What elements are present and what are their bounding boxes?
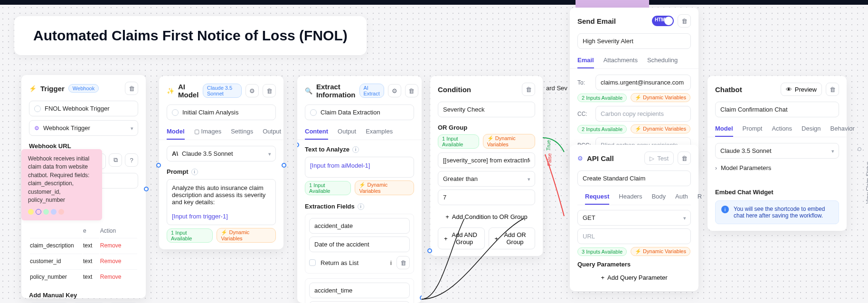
return-list-checkbox[interactable]: [309, 259, 316, 266]
help-button[interactable]: ?: [125, 153, 138, 167]
info-icon[interactable]: i: [352, 146, 359, 153]
field-desc-input[interactable]: [309, 301, 410, 303]
node-api-call[interactable]: ⚙ API Call ▷Test 🗑 Request Headers Body …: [570, 145, 698, 291]
play-icon: ▷: [650, 155, 654, 162]
info-icon[interactable]: i: [390, 259, 392, 266]
inputs-available-badge[interactable]: 2 Inputs Available: [577, 125, 627, 133]
tab-output[interactable]: Output: [338, 124, 356, 140]
cc-input[interactable]: [595, 106, 691, 122]
info-icon: i: [721, 206, 729, 213]
field-name-input[interactable]: [309, 283, 410, 298]
trigger-type-select[interactable]: ⚙Webhook Trigger: [29, 120, 138, 136]
model-select[interactable]: A\Claude 3.5 Sonnet: [167, 146, 276, 161]
http-method-select[interactable]: GET: [577, 210, 691, 226]
inputs-available-badge[interactable]: 1 Input Available: [305, 181, 351, 195]
color-dot[interactable]: [58, 209, 64, 215]
api-url-input[interactable]: [577, 228, 691, 244]
inputs-available-badge[interactable]: 2 Inputs Available: [577, 94, 627, 102]
dynamic-vars-badge[interactable]: ⚡ Dynamic Variables: [631, 247, 690, 256]
inputs-available-badge[interactable]: 1 Input Available: [438, 134, 479, 149]
color-dot[interactable]: [28, 209, 34, 215]
node-chatbot[interactable]: Chatbot 👁Preview 🗑 Model Prompt Actions …: [708, 76, 847, 231]
color-dot-selected[interactable]: [36, 209, 41, 215]
condition-name-input[interactable]: [438, 102, 535, 117]
settings-button[interactable]: ⚙: [388, 84, 401, 97]
field-name-input[interactable]: [309, 218, 410, 234]
color-dot[interactable]: [51, 209, 57, 215]
node-condition[interactable]: Condition 🗑 OR Group 1 Input Available ⚡…: [430, 76, 543, 256]
test-button[interactable]: ▷Test: [644, 152, 674, 165]
inputs-available-badge[interactable]: 3 Inputs Available: [577, 247, 627, 256]
node-ai-model[interactable]: ✨ AI Model Claude 3.5 Sonnet ⚙ 🗑 Initial…: [159, 76, 283, 249]
dynamic-vars-badge[interactable]: ⚡ Dynamic Variables: [631, 93, 690, 102]
tab-behavior[interactable]: Behavior: [830, 121, 855, 137]
tab-settings[interactable]: Settings: [231, 124, 253, 140]
model-params-row[interactable]: ›Model Parameters: [715, 161, 839, 174]
dynamic-vars-badge[interactable]: ⚡ Dynamic Variables: [631, 124, 690, 133]
remove-button[interactable]: Remove: [100, 258, 122, 265]
tab-more[interactable]: R: [698, 189, 702, 205]
tab-body[interactable]: Body: [651, 189, 666, 205]
tab-images[interactable]: ▢Images: [194, 124, 222, 140]
to-input[interactable]: [595, 75, 691, 90]
input-token[interactable]: [Input from trigger-1]: [172, 213, 228, 220]
node-name-field[interactable]: Initial Claim Analysis: [167, 104, 276, 120]
input-token[interactable]: [Input from aiModel-1]: [310, 162, 370, 169]
chatbot-model-select[interactable]: Claude 3.5 Sonnet: [715, 143, 839, 159]
condition-value-input[interactable]: [438, 189, 535, 205]
tab-model[interactable]: Model: [715, 121, 733, 137]
info-icon[interactable]: i: [191, 169, 198, 175]
tab-request[interactable]: Request: [585, 189, 609, 205]
tab-content[interactable]: Content: [305, 124, 328, 140]
field-desc-input[interactable]: [309, 237, 410, 252]
dynamic-vars-badge[interactable]: ⚡ Dynamic Variables: [217, 228, 276, 243]
delete-button[interactable]: 🗑: [125, 82, 138, 95]
tab-examples[interactable]: Examples: [366, 124, 393, 140]
tab-attachments[interactable]: Attachments: [604, 53, 638, 68]
trigger-name-field[interactable]: FNOL Webhook Trigger: [29, 101, 138, 116]
condition-expr-input[interactable]: [438, 152, 535, 168]
add-query-param-button[interactable]: +Add Query Parameter: [595, 271, 673, 284]
tab-model[interactable]: Model: [167, 124, 185, 140]
copy-button[interactable]: ⧉: [109, 153, 122, 167]
prompt-textarea[interactable]: Analyze this auto insurance claim descri…: [167, 179, 276, 225]
color-dot[interactable]: [43, 209, 49, 215]
tab-prompt[interactable]: Prompt: [743, 121, 763, 137]
delete-button[interactable]: 🗑: [522, 83, 535, 96]
tab-scheduling[interactable]: Scheduling: [647, 53, 678, 68]
inputs-available-badge[interactable]: 1 Input Available: [167, 228, 213, 243]
add-condition-or-button[interactable]: +Add Condition to OR Group: [440, 210, 533, 224]
side-rail-label[interactable]: View Claim Status: [865, 161, 868, 204]
delete-field-button[interactable]: 🗑: [396, 256, 410, 269]
dynamic-vars-badge[interactable]: ⚡ Dynamic Variables: [355, 180, 414, 195]
remove-button[interactable]: Remove: [100, 274, 122, 280]
operator-select[interactable]: Greater than: [438, 171, 535, 187]
tab-actions[interactable]: Actions: [772, 121, 792, 137]
sticky-note[interactable]: Webhook receives initial claim data from…: [21, 149, 102, 220]
tab-design[interactable]: Design: [802, 121, 821, 137]
tab-auth[interactable]: Auth: [675, 189, 688, 205]
delete-button[interactable]: 🗑: [263, 84, 276, 97]
tab-headers[interactable]: Headers: [619, 189, 642, 205]
delete-button[interactable]: 🗑: [826, 83, 839, 96]
info-icon[interactable]: i: [358, 203, 364, 210]
add-or-group-button[interactable]: +Add OR Group: [489, 227, 536, 249]
chatbot-name-input[interactable]: [715, 102, 839, 117]
preview-button[interactable]: 👁Preview: [781, 83, 822, 96]
delete-button[interactable]: 🗑: [678, 14, 691, 28]
delete-button[interactable]: 🗑: [405, 84, 418, 97]
remove-button[interactable]: Remove: [100, 242, 122, 249]
node-name-field[interactable]: Claim Data Extraction: [305, 104, 414, 120]
settings-button[interactable]: ⚙: [245, 84, 259, 97]
html-toggle[interactable]: HTML: [652, 16, 674, 26]
sticky-color-palette[interactable]: [28, 209, 95, 215]
node-extract[interactable]: 🔍 Extract Information AI Extract ⚙ 🗑 Cla…: [297, 76, 422, 303]
add-and-group-button[interactable]: +Add AND Group: [438, 227, 485, 249]
email-name-input[interactable]: [577, 33, 691, 49]
dynamic-vars-badge[interactable]: ⚡ Dynamic Variables: [483, 134, 535, 149]
tab-email[interactable]: Email: [577, 53, 594, 68]
tab-output[interactable]: Output: [263, 124, 281, 140]
delete-button[interactable]: 🗑: [678, 152, 691, 165]
text-to-analyze-field[interactable]: [Input from aiModel-1]: [305, 157, 414, 178]
api-name-input[interactable]: [577, 170, 691, 186]
